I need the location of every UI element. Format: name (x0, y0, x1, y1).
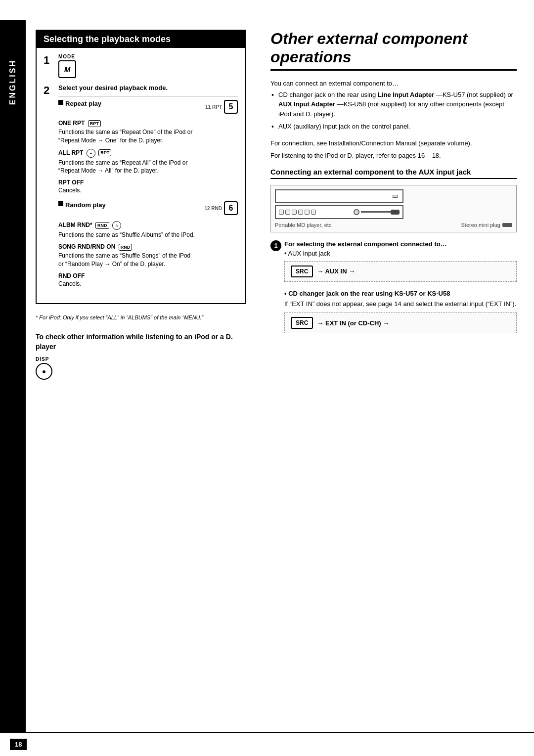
album-icon: ♫ (112, 221, 121, 230)
aux-arrow-text: → AUX IN → (317, 267, 355, 275)
disp-row: DISP ● (36, 356, 246, 380)
all-rpt-desc2: “Repeat Mode → All” for the D. player. (58, 167, 238, 175)
bullet-1-text-plain: CD changer jack on the rear using (278, 91, 378, 98)
one-rpt-desc2: “Repeat Mode → One” for the D. player. (58, 136, 238, 145)
rnd-off-desc: Cancels. (58, 280, 238, 287)
song-rnd-title-text: SONG RND/RND ON (58, 243, 115, 250)
bullet-random (58, 201, 63, 206)
step-2: 2 Select your desired playback mode. Rep… (44, 84, 238, 291)
song-rnd-desc1: Functions the same as “Shuffle Songs” of… (58, 252, 238, 260)
all-rpt-mode: ALL RPT ● RPT Functions the same as “Rep… (58, 149, 238, 176)
to-check-section: To check other information while listeni… (36, 332, 246, 380)
ctrl3 (285, 210, 290, 215)
right-column: Other external component operations You … (258, 20, 534, 732)
song-rnd-mode: SONG RND/RND ON RND Functions the same a… (58, 243, 238, 268)
repeat-play-row: Repeat play 11 RPT 5 (58, 96, 238, 117)
instruction-1-number: 1 (270, 240, 281, 251)
repeat-number-label: 11 RPT (205, 104, 222, 110)
random-number: 12 RND 6 (204, 201, 238, 215)
one-rpt-badge: RPT (88, 120, 101, 127)
ref-text-1: For connection, see Installation/Connect… (270, 138, 517, 148)
step-2-desc: Select your desired playback mode. (58, 84, 238, 91)
chapter-title: Other external component operations (270, 30, 517, 71)
song-rnd-desc2: or “Random Play → On” of the D. player. (58, 260, 238, 268)
device-bottom (275, 205, 403, 219)
ext-arrow-text: → EXT IN (or CD-CH) → (317, 319, 389, 327)
cable-tip (391, 210, 400, 215)
src-aux-diagram: SRC → AUX IN → (284, 261, 517, 282)
instruction-1-content: For selecting the external component con… (284, 240, 517, 342)
src-badge-2: SRC (291, 317, 313, 329)
src-badge-1: SRC (291, 266, 313, 277)
albm-rnd-title: ALBM RND* RND ♫ (58, 221, 238, 230)
step-1-number: 1 (44, 54, 54, 67)
ctrl5 (298, 210, 303, 215)
step-1: 1 MODE M (44, 54, 238, 78)
aux-arrow: → AUX IN → (317, 267, 355, 275)
port (354, 209, 359, 215)
albm-rnd-badge: RND (95, 222, 109, 229)
bullet-1-mid: —KS-U57 (not supplied) or (436, 91, 513, 98)
stereo-plug-row: Stereo mini plug (461, 222, 513, 228)
one-rpt-title: ONE RPT RPT (58, 120, 238, 127)
footnote: * For iPod: Only if you select “ALL” in … (36, 314, 246, 321)
ctrl7 (311, 210, 316, 215)
all-rpt-title: ALL RPT ● RPT (58, 149, 238, 158)
aux-subheading: Connecting an external component to the … (270, 168, 517, 179)
page-number: 18 (10, 739, 27, 750)
playback-modes-content: 1 MODE M 2 Select your desired playback … (37, 48, 245, 303)
repeat-play-label: Repeat play (65, 100, 101, 107)
rpt-off-title: RPT OFF (58, 179, 238, 186)
bullet-1-bold2: AUX Input Adapter (278, 100, 335, 108)
rpt-off-desc: Cancels. (58, 187, 238, 194)
aux-diagram: Portable MD player, etc Stereo mini plug (270, 185, 517, 232)
page-footer: 18 (0, 732, 534, 756)
stereo-mini-label: Stereo mini plug (461, 222, 501, 228)
repeat-number: 11 RPT 5 (205, 100, 238, 114)
albm-rnd-mode: ALBM RND* RND ♫ Functions the same as “S… (58, 221, 238, 239)
plug-icon (502, 223, 512, 227)
step-2-number: 2 (44, 84, 54, 97)
step-1-content: MODE M (58, 54, 238, 78)
bullet-item-1: CD changer jack on the rear using Line I… (270, 90, 517, 119)
intro-text: You can connect an external component to… (270, 80, 517, 87)
mode-label: MODE (58, 54, 238, 59)
aux-item: • AUX input jack (284, 250, 517, 257)
random-play-row: Random play 12 RND 6 (58, 198, 238, 218)
all-rpt-desc1: Functions the same as “Repeat All” of th… (58, 159, 238, 167)
ctrl6 (305, 210, 310, 215)
disp-label-block: DISP ● (36, 356, 52, 380)
repeat-number-badge: 5 (224, 100, 238, 114)
cd-desc: If “EXT IN” does not appear, see page 14… (284, 299, 517, 309)
chapter-title-line2: operations (270, 48, 352, 66)
playback-modes-header: Selecting the playback modes (37, 31, 245, 48)
src-ext-diagram: SRC → EXT IN (or CD-CH) → (284, 312, 517, 333)
chapter-title-line1: Other external component (270, 30, 467, 47)
all-rpt-circle: ● (87, 149, 95, 158)
song-rnd-badge: RND (119, 244, 133, 251)
instruction-1-title: For selecting the external component con… (284, 240, 517, 248)
ext-arrow: → EXT IN (or CD-CH) → (317, 319, 389, 327)
bullet-1-bold1: Line Input Adapter (378, 91, 434, 98)
random-play-label: Random play (65, 201, 106, 209)
sidebar: ENGLISH (0, 20, 26, 732)
all-rpt-title-text: ALL RPT (58, 149, 83, 156)
song-rnd-title: SONG RND/RND ON RND (58, 243, 238, 251)
rnd-off-title: RND OFF (58, 272, 238, 279)
device-illustration (275, 189, 512, 219)
all-rpt-badge: RPT (98, 149, 111, 156)
page: ENGLISH Selecting the playback modes 1 M… (0, 0, 534, 756)
aux-heading-text: Connecting an external component to the … (270, 168, 471, 176)
step-2-content: Select your desired playback mode. Repea… (58, 84, 238, 291)
one-rpt-mode: ONE RPT RPT Functions the same as “Repea… (58, 120, 238, 145)
albm-rnd-desc: Functions the same as “Shuffle Albums” o… (58, 231, 238, 239)
bullet-2-text: AUX (auxiliary) input jack on the contro… (278, 123, 410, 130)
random-number-badge: 6 (224, 201, 238, 215)
disp-button[interactable]: ● (36, 363, 52, 380)
left-column: Selecting the playback modes 1 MODE M 2 (26, 20, 258, 732)
albm-rnd-title-text: ALBM RND* (58, 222, 92, 228)
sidebar-english-label: ENGLISH (8, 59, 17, 105)
instruction-1: 1 For selecting the external component c… (270, 240, 517, 342)
one-rpt-desc1: Functions the same as “Repeat One” of th… (58, 128, 238, 136)
main-content: ENGLISH Selecting the playback modes 1 M… (0, 0, 534, 732)
